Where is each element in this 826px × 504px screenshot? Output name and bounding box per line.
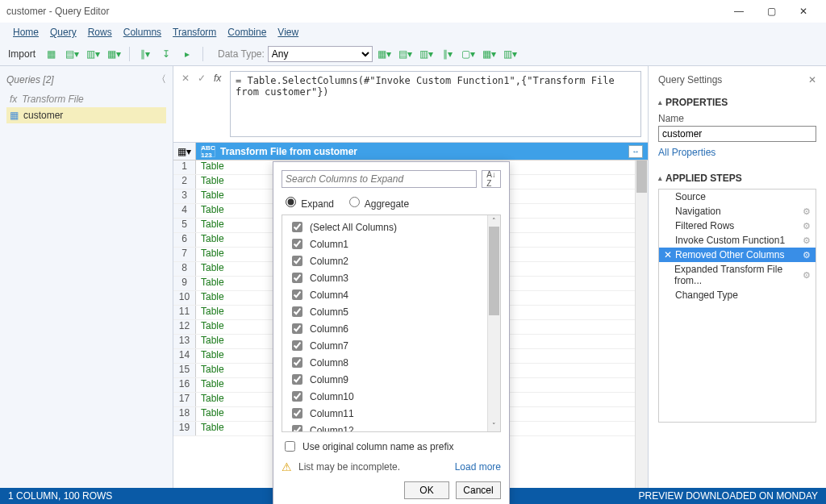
toolbar-btn-8[interactable]: ▦▾ xyxy=(376,46,394,62)
toolbar-btn-6[interactable]: ↧ xyxy=(157,46,175,62)
use-prefix-checkbox[interactable]: Use original column name as prefix xyxy=(282,439,501,454)
row-number: 8 xyxy=(173,262,196,276)
ok-button[interactable]: OK xyxy=(404,481,449,499)
applied-step[interactable]: Source xyxy=(659,190,816,204)
column-checkbox[interactable]: Column5 xyxy=(282,303,500,320)
formula-bar: ✕ ✓ fx = Table.SelectColumns(#"Invoke Cu… xyxy=(173,66,648,143)
row-number: 16 xyxy=(173,378,196,392)
accept-formula-icon[interactable]: ✓ xyxy=(198,73,206,84)
query-transform-file[interactable]: fx Transform File xyxy=(6,91,166,107)
column-checkbox[interactable]: Column12 xyxy=(282,422,500,432)
search-columns-input[interactable] xyxy=(282,170,477,188)
query-customer[interactable]: ▦ customer xyxy=(6,107,166,123)
status-left: 1 COLUMN, 100 ROWS xyxy=(8,490,112,502)
select-all-columns[interactable]: (Select All Columns) xyxy=(282,219,500,235)
toolbar-btn-12[interactable]: ▢▾ xyxy=(460,46,478,62)
cancel-button[interactable]: Cancel xyxy=(456,481,501,499)
row-number: 18 xyxy=(173,407,196,421)
toolbar-btn-11[interactable]: ∥▾ xyxy=(439,46,457,62)
row-number: 3 xyxy=(173,190,196,203)
toolbar-btn-14[interactable]: ▥▾ xyxy=(502,46,519,62)
grid-corner[interactable]: ▦▾ xyxy=(173,143,196,160)
row-number: 11 xyxy=(173,306,196,319)
import-label[interactable]: Import xyxy=(8,48,35,60)
gear-icon[interactable]: ⚙ xyxy=(803,206,811,217)
maximize-button[interactable]: ▢ xyxy=(755,2,787,21)
column-checkbox[interactable]: Column7 xyxy=(282,337,500,354)
column-checkbox[interactable]: Column9 xyxy=(282,371,500,388)
menu-home[interactable]: Home xyxy=(8,25,44,40)
toolbar-btn-5[interactable]: ∥▾ xyxy=(136,46,154,62)
columns-scrollbar[interactable]: ˄˅ xyxy=(487,215,500,431)
menu-rows[interactable]: Rows xyxy=(83,25,117,40)
column-checkbox[interactable]: Column10 xyxy=(282,388,500,405)
column-checkbox[interactable]: Column2 xyxy=(282,252,500,269)
toolbar: Import ▦ ▤▾ ▥▾ ▦▾ ∥▾ ↧ ▸ Data Type: Any … xyxy=(0,42,826,66)
queries-sidebar: Queries [2] 〈 fx Transform File ▦ custom… xyxy=(0,66,173,488)
query-settings-pane: Query Settings ✕ PROPERTIES Name All Pro… xyxy=(649,66,826,488)
row-number: 13 xyxy=(173,335,196,348)
properties-section[interactable]: PROPERTIES xyxy=(658,97,816,108)
column-checkbox[interactable]: Column6 xyxy=(282,320,500,337)
menu-view[interactable]: View xyxy=(273,25,303,40)
applied-step[interactable]: Changed Type xyxy=(659,288,816,302)
column-checkbox[interactable]: Column11 xyxy=(282,405,500,422)
fx-label-icon[interactable]: fx xyxy=(214,73,221,84)
toolbar-btn-4[interactable]: ▦▾ xyxy=(105,46,123,62)
gear-icon[interactable]: ⚙ xyxy=(803,221,811,231)
applied-step[interactable]: Filtered Rows⚙ xyxy=(659,219,816,233)
column-checkbox[interactable]: Column8 xyxy=(282,354,500,371)
toolbar-btn-3[interactable]: ▥▾ xyxy=(84,46,102,62)
row-number: 9 xyxy=(173,277,196,290)
minimize-button[interactable]: — xyxy=(723,2,755,21)
applied-step[interactable]: ✕Removed Other Columns⚙ xyxy=(659,248,816,262)
row-number: 14 xyxy=(173,349,196,363)
menu-transform[interactable]: Transform xyxy=(168,25,221,40)
column-checkbox[interactable]: Column3 xyxy=(282,269,500,286)
toolbar-btn-13[interactable]: ▦▾ xyxy=(481,46,499,62)
name-label: Name xyxy=(658,113,816,124)
all-properties-link[interactable]: All Properties xyxy=(658,147,715,158)
cancel-formula-icon[interactable]: ✕ xyxy=(181,73,190,84)
gear-icon[interactable]: ⚙ xyxy=(803,270,811,281)
sort-columns-button[interactable]: A↓Z xyxy=(482,170,501,188)
menu-query[interactable]: Query xyxy=(45,25,81,40)
datatype-select[interactable]: Any xyxy=(268,46,373,62)
column-type-icon: ABC123 xyxy=(201,146,215,157)
menu-columns[interactable]: Columns xyxy=(119,25,166,40)
row-number: 15 xyxy=(173,364,196,377)
toolbar-btn-7[interactable]: ▸ xyxy=(178,46,196,62)
close-button[interactable]: ✕ xyxy=(787,2,820,21)
applied-step[interactable]: Navigation⚙ xyxy=(659,204,816,219)
column-header[interactable]: ABC123 Transform File from customer ↔ xyxy=(196,143,648,160)
applied-step[interactable]: Expanded Transform File from...⚙ xyxy=(659,262,816,288)
grid-scrollbar[interactable] xyxy=(635,160,648,488)
toolbar-btn-2[interactable]: ▤▾ xyxy=(63,46,81,62)
toolbar-btn-10[interactable]: ▥▾ xyxy=(418,46,436,62)
row-number: 19 xyxy=(173,422,196,435)
delete-step-icon[interactable]: ✕ xyxy=(664,249,672,260)
collapse-sidebar-icon[interactable]: 〈 xyxy=(156,73,166,86)
close-settings-icon[interactable]: ✕ xyxy=(808,74,816,85)
warning-text: List may be incomplete. xyxy=(298,461,400,473)
applied-step[interactable]: Invoke Custom Function1⚙ xyxy=(659,233,816,248)
columns-list: (Select All Columns) Column1 Column2 Col… xyxy=(282,215,501,432)
aggregate-radio[interactable]: Aggregate xyxy=(345,194,409,210)
expand-radio[interactable]: Expand xyxy=(282,194,334,210)
toolbar-btn-1[interactable]: ▦ xyxy=(42,46,60,62)
column-checkbox[interactable]: Column4 xyxy=(282,286,500,303)
applied-steps-section[interactable]: APPLIED STEPS xyxy=(658,173,816,184)
load-more-link[interactable]: Load more xyxy=(455,461,501,473)
row-number: 7 xyxy=(173,248,196,261)
formula-input[interactable]: = Table.SelectColumns(#"Invoke Custom Fu… xyxy=(230,71,641,137)
gear-icon[interactable]: ⚙ xyxy=(803,250,811,260)
queries-header: Queries [2] xyxy=(6,74,54,85)
query-name-input[interactable] xyxy=(658,126,816,142)
toolbar-btn-9[interactable]: ▤▾ xyxy=(397,46,415,62)
column-checkbox[interactable]: Column1 xyxy=(282,235,500,252)
expand-column-icon[interactable]: ↔ xyxy=(628,145,643,158)
menu-combine[interactable]: Combine xyxy=(223,25,271,40)
gear-icon[interactable]: ⚙ xyxy=(803,235,811,246)
row-number: 17 xyxy=(173,393,196,406)
status-right: PREVIEW DOWNLOADED ON MONDAY xyxy=(639,490,818,502)
